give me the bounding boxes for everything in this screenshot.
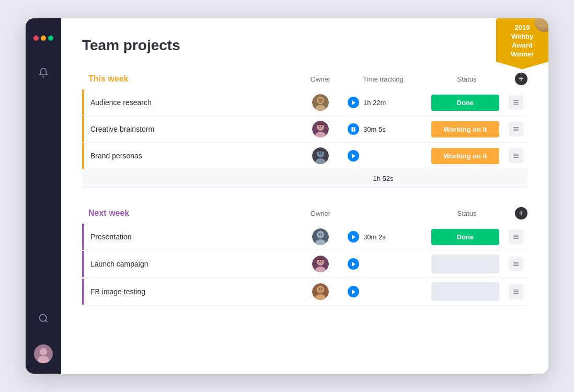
- webby-year: 2019: [506, 24, 539, 32]
- time-cell-brand: [341, 146, 425, 166]
- svg-rect-33: [513, 155, 519, 156]
- svg-rect-24: [513, 130, 519, 131]
- status-badge-brand[interactable]: Working on it: [431, 148, 499, 164]
- more-button-fb[interactable]: [509, 284, 523, 299]
- more-button-creative[interactable]: [509, 122, 523, 136]
- task-name-fb: FB image testing: [90, 287, 145, 296]
- owner-cell-brand: [300, 143, 341, 168]
- play-button-audience[interactable]: [348, 97, 359, 108]
- owner-cell-fb: [300, 279, 341, 304]
- more-button-brand[interactable]: [509, 148, 523, 163]
- svg-point-28: [318, 151, 323, 156]
- webby-line3: Award: [506, 41, 539, 50]
- svg-point-39: [319, 234, 320, 235]
- more-button-presentation[interactable]: [509, 229, 523, 244]
- task-name-creative: Creative brainstorm: [90, 125, 154, 133]
- owner-cell-creative: [300, 117, 341, 142]
- total-row: 1h 52s: [82, 169, 527, 188]
- task-row-audience-research: Audience research: [82, 89, 527, 116]
- time-text-creative: 30m 5s: [363, 125, 386, 133]
- svg-rect-62: [513, 290, 519, 291]
- play-button-brand[interactable]: [348, 150, 359, 162]
- svg-rect-42: [513, 235, 519, 236]
- svg-point-0: [40, 315, 47, 321]
- logo-dots: [33, 36, 53, 41]
- logo[interactable]: [34, 29, 53, 48]
- section-this-week: This week Owner Time tracking Status + A…: [82, 71, 527, 188]
- bell-icon[interactable]: [34, 63, 53, 82]
- status-badge-audience[interactable]: Done: [431, 95, 499, 111]
- svg-marker-10: [352, 100, 355, 105]
- time-cell-fb: [341, 282, 425, 302]
- avatar-creative: [312, 121, 329, 137]
- section-next-week-header: Next week Owner Status +: [82, 205, 527, 224]
- svg-marker-51: [352, 262, 355, 267]
- svg-point-19: [321, 126, 322, 127]
- svg-rect-53: [513, 263, 519, 264]
- status-badge-launch[interactable]: [431, 255, 499, 273]
- svg-point-7: [318, 98, 324, 103]
- play-button-fb[interactable]: [348, 286, 359, 297]
- user-avatar[interactable]: [34, 344, 53, 363]
- status-badge-presentation[interactable]: Done: [431, 229, 499, 245]
- svg-point-9: [321, 99, 322, 100]
- col-status-2: Status: [425, 210, 509, 217]
- status-badge-fb[interactable]: [431, 282, 499, 301]
- svg-rect-12: [513, 102, 519, 103]
- owner-cell-audience: [300, 90, 341, 115]
- svg-rect-63: [513, 291, 519, 292]
- main-content: 2019 Webby Award Winner Team projects Th…: [61, 18, 548, 374]
- svg-rect-11: [513, 100, 519, 101]
- avatar-fb: [312, 283, 329, 300]
- svg-point-58: [318, 287, 323, 292]
- more-button-audience[interactable]: [509, 95, 523, 110]
- svg-marker-41: [352, 235, 355, 239]
- svg-point-40: [321, 234, 322, 235]
- col-time-tracking: Time tracking: [341, 75, 425, 83]
- app-container: 2019 Webby Award Winner Team projects Th…: [26, 18, 548, 374]
- avatar-audience: [312, 94, 329, 111]
- svg-rect-20: [352, 127, 353, 132]
- svg-point-59: [319, 289, 320, 290]
- svg-point-60: [321, 289, 322, 290]
- add-task-button-1[interactable]: +: [515, 73, 527, 85]
- svg-rect-43: [513, 236, 519, 237]
- play-button-presentation[interactable]: [348, 231, 359, 243]
- section-next-week: Next week Owner Status + Presentation: [82, 205, 527, 306]
- svg-rect-54: [513, 265, 519, 266]
- sidebar: [26, 18, 61, 374]
- avatar-launch: [312, 256, 329, 272]
- svg-rect-52: [513, 262, 519, 263]
- svg-line-1: [45, 320, 48, 322]
- total-time: 1h 52s: [373, 175, 393, 182]
- play-button-launch[interactable]: [348, 258, 359, 270]
- task-name-cell-audience: Audience research: [82, 89, 300, 116]
- webby-line4: Winner: [506, 50, 539, 59]
- status-badge-creative[interactable]: Working on it: [431, 121, 499, 137]
- webby-line2: Webby: [506, 32, 539, 41]
- task-row-fb-image: FB image testing: [82, 278, 527, 306]
- status-cell-presentation: Done: [425, 225, 509, 249]
- svg-point-30: [321, 153, 322, 154]
- add-task-button-2[interactable]: +: [515, 207, 527, 220]
- task-row-launch-campaign: Launch campaign: [82, 250, 527, 278]
- more-button-launch[interactable]: [509, 257, 523, 271]
- task-name-cell-fb: FB image testing: [82, 279, 300, 305]
- task-name-brand: Brand personas: [90, 152, 142, 160]
- svg-marker-31: [352, 154, 355, 158]
- search-icon[interactable]: [34, 309, 53, 328]
- svg-rect-22: [513, 127, 519, 128]
- pause-button-creative[interactable]: [348, 123, 359, 135]
- svg-point-3: [38, 356, 49, 363]
- task-name-cell-creative: Creative brainstorm: [82, 116, 300, 142]
- owner-cell-launch: [300, 251, 341, 276]
- status-cell-creative: Working on it: [425, 117, 509, 142]
- logo-dot-orange: [41, 36, 46, 41]
- time-text-audience: 1h 22m: [363, 99, 386, 107]
- svg-point-29: [319, 153, 320, 154]
- col-owner-1: Owner: [300, 75, 341, 83]
- status-cell-fb: [425, 278, 509, 305]
- svg-point-17: [318, 124, 323, 130]
- status-cell-brand: Working on it: [425, 144, 509, 168]
- section-this-week-title: This week: [88, 74, 300, 84]
